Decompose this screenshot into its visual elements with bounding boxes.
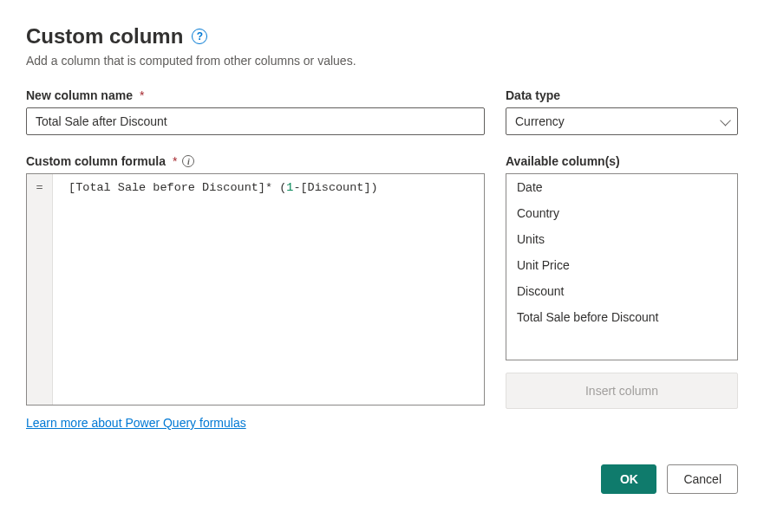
required-indicator: * [140,88,144,102]
new-column-label: New column name* [26,88,485,102]
required-indicator: * [173,154,177,168]
learn-more-link[interactable]: Learn more about Power Query formulas [26,416,246,430]
info-icon[interactable]: i [182,155,194,167]
formula-token: -[Discount]) [293,181,377,194]
page-title: Custom column [26,24,183,49]
formula-token: * ( [265,181,286,194]
insert-column-button[interactable]: Insert column [506,373,738,409]
data-type-select[interactable]: Currency [506,107,738,135]
list-item[interactable]: Country [506,200,737,226]
available-columns-label: Available column(s) [506,154,738,168]
list-item[interactable]: Units [506,226,737,252]
formula-gutter: = [27,174,53,405]
list-item[interactable]: Discount [506,278,737,304]
label-text: Available column(s) [506,154,620,168]
formula-code[interactable]: [Total Sale before Discount]* (1-[Discou… [53,174,484,405]
list-item[interactable]: Total Sale before Discount [506,304,737,330]
list-item[interactable]: Unit Price [506,252,737,278]
data-type-label: Data type [506,88,738,102]
label-text: Custom column formula [26,154,166,168]
cancel-button[interactable]: Cancel [667,464,738,494]
list-item[interactable]: Date [506,174,737,200]
select-value: Currency [515,114,565,128]
new-column-input[interactable] [26,107,485,135]
formula-editor[interactable]: = [Total Sale before Discount]* (1-[Disc… [26,173,485,405]
label-text: Data type [506,88,560,102]
available-columns-list: Date Country Units Unit Price Discount T… [506,173,738,360]
ok-button[interactable]: OK [601,464,656,494]
formula-token: [Total Sale before Discount] [69,181,265,194]
label-text: New column name [26,88,133,102]
help-icon[interactable]: ? [192,29,207,44]
page-subtitle: Add a column that is computed from other… [26,54,738,68]
formula-label: Custom column formula* i [26,154,485,168]
